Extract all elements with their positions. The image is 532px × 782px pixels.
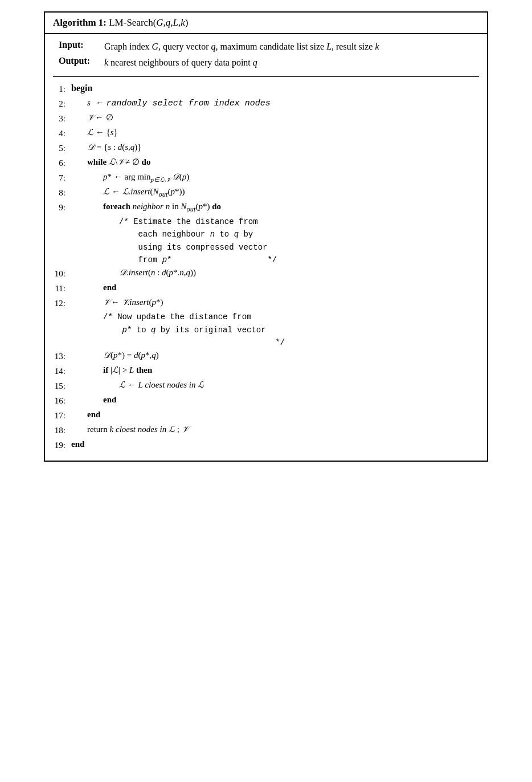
- input-label: Input:: [59, 40, 104, 50]
- linenum-comment1: [53, 215, 71, 217]
- linenum-10: 10:: [53, 266, 71, 280]
- code-15: ℒ ← L cloest nodes in ℒ: [71, 378, 479, 392]
- code-7: p* ← arg minp∈ℒ\𝒱 𝒟(p): [71, 170, 479, 185]
- linenum-comment2: [53, 311, 71, 312]
- line-11: 11: end: [53, 281, 479, 296]
- algorithm-label: Algorithm 1:: [53, 17, 107, 28]
- linenum-16: 16:: [53, 393, 71, 408]
- linenum-17: 17:: [53, 408, 71, 422]
- line-4: 4: ℒ ← {s}: [53, 126, 479, 141]
- comment-block-1: /* Estimate the distance from each neigh…: [53, 215, 479, 267]
- line-18: 18: return k cloest nodes in ℒ ; 𝒱: [53, 423, 479, 438]
- linenum-13: 13:: [53, 349, 71, 363]
- algorithm-header: Algorithm 1: LM-Search(G,q,L,k): [45, 13, 487, 34]
- code-4: ℒ ← {s}: [71, 126, 479, 139]
- code-5: 𝒟 = {s : d(s,q)}: [71, 141, 479, 154]
- linenum-12: 12:: [53, 296, 71, 310]
- code-9: foreach neighbor n in Nout(p*) do: [71, 200, 479, 215]
- line-3: 3: 𝒱 ← ∅: [53, 111, 479, 126]
- linenum-19: 19:: [53, 438, 71, 452]
- code-8: ℒ ← ℒ.insert(Nout(p*)): [71, 185, 479, 200]
- input-content: Graph index G, query vector q, maximum c…: [104, 40, 379, 54]
- line-19: 19: end: [53, 438, 479, 453]
- input-line: Input: Graph index G, query vector q, ma…: [53, 40, 479, 54]
- line-15: 15: ℒ ← L cloest nodes in ℒ: [53, 378, 479, 393]
- comment-content-1: /* Estimate the distance from each neigh…: [71, 215, 277, 267]
- code-16: end: [71, 393, 479, 406]
- linenum-3: 3:: [53, 111, 71, 125]
- code-17: end: [71, 408, 479, 421]
- code-section: 1: begin 2: s ← randomly select from ind…: [53, 82, 479, 453]
- line-6: 6: while ℒ\𝒱 ≠ ∅ do: [53, 156, 479, 170]
- code-1: begin: [71, 82, 479, 96]
- code-2: s ← randomly select from index nodes: [71, 96, 479, 110]
- linenum-2: 2:: [53, 96, 71, 111]
- linenum-15: 15:: [53, 378, 71, 393]
- line-13: 13: 𝒟(p*) = d(p*,q): [53, 349, 479, 364]
- code-13: 𝒟(p*) = d(p*,q): [71, 349, 479, 362]
- line-10: 10: 𝒟.insert(n : d(p*.n,q)): [53, 266, 479, 281]
- code-3: 𝒱 ← ∅: [71, 111, 479, 124]
- line-14: 14: if |ℒ| > L then: [53, 364, 479, 378]
- line-16: 16: end: [53, 393, 479, 408]
- code-12: 𝒱 ← 𝒱.insert(p*): [71, 296, 479, 309]
- code-18: return k cloest nodes in ℒ ; 𝒱: [71, 423, 479, 436]
- output-content: k nearest neighbours of query data point…: [104, 56, 257, 70]
- line-5: 5: 𝒟 = {s : d(s,q)}: [53, 141, 479, 156]
- comment-block-2: /* Now update the distance from p* to q …: [53, 311, 479, 349]
- code-19: end: [71, 438, 479, 451]
- line-17: 17: end: [53, 408, 479, 423]
- code-11: end: [71, 281, 479, 294]
- output-label: Output:: [59, 56, 104, 66]
- linenum-9: 9:: [53, 200, 71, 214]
- linenum-11: 11:: [53, 281, 71, 295]
- comment-content-2: /* Now update the distance from p* to q …: [71, 311, 479, 349]
- code-6: while ℒ\𝒱 ≠ ∅ do: [71, 156, 479, 169]
- linenum-1: 1:: [53, 82, 71, 96]
- linenum-7: 7:: [53, 170, 71, 185]
- line-12: 12: 𝒱 ← 𝒱.insert(p*): [53, 296, 479, 311]
- linenum-6: 6:: [53, 156, 71, 170]
- input-output-section: Input: Graph index G, query vector q, ma…: [53, 40, 479, 70]
- algorithm-box: Algorithm 1: LM-Search(G,q,L,k) Input: G…: [44, 11, 488, 462]
- code-14: if |ℒ| > L then: [71, 364, 479, 377]
- algorithm-body: Input: Graph index G, query vector q, ma…: [45, 34, 487, 461]
- code-10: 𝒟.insert(n : d(p*.n,q)): [71, 266, 479, 279]
- line-7: 7: p* ← arg minp∈ℒ\𝒱 𝒟(p): [53, 170, 479, 185]
- algorithm-title: LM-Search(G,q,L,k): [109, 17, 188, 28]
- linenum-18: 18:: [53, 423, 71, 437]
- linenum-8: 8:: [53, 185, 71, 199]
- line-9: 9: foreach neighbor n in Nout(p*) do: [53, 200, 479, 215]
- output-line: Output: k nearest neighbours of query da…: [53, 56, 479, 70]
- linenum-5: 5:: [53, 141, 71, 155]
- line-2: 2: s ← randomly select from index nodes: [53, 96, 479, 111]
- line-1: 1: begin: [53, 82, 479, 96]
- line-8: 8: ℒ ← ℒ.insert(Nout(p*)): [53, 185, 479, 200]
- linenum-14: 14:: [53, 364, 71, 378]
- divider: [53, 76, 479, 77]
- linenum-4: 4:: [53, 126, 71, 140]
